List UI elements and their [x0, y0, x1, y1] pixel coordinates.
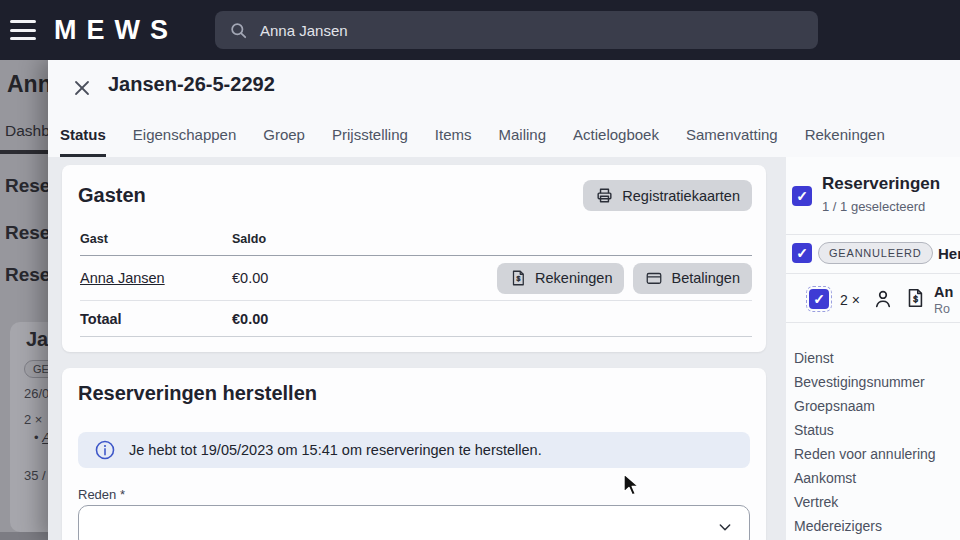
background-tab-dashboard: Dashb — [5, 122, 48, 140]
background-card-title: Ja — [26, 328, 48, 351]
modal-title: Jansen-26-5-2292 — [108, 73, 275, 96]
svg-text:$: $ — [517, 275, 521, 282]
field-groepsnaam: Groepsnaam — [794, 394, 960, 418]
sidebar-header-row: ✓ Reserveringen 1 / 1 geselecteerd — [786, 157, 960, 234]
status-badge: GEANNULEERD — [818, 242, 933, 264]
total-label: Totaal — [80, 311, 232, 327]
gasten-title: Gasten — [78, 184, 146, 207]
betalingen-button[interactable]: Betalingen — [633, 263, 752, 294]
background-dark-block — [0, 532, 48, 540]
registratiekaarten-button[interactable]: Registratiekaarten — [583, 180, 752, 211]
close-icon[interactable] — [72, 78, 92, 98]
guest-saldo: €0.00 — [232, 270, 412, 286]
divider — [786, 322, 960, 323]
person-icon — [872, 288, 894, 310]
unit-checkbox[interactable]: ✓ — [809, 289, 829, 309]
tab-rekeningen[interactable]: Rekeningen — [805, 126, 885, 157]
tab-actielogboek[interactable]: Actielogboek — [573, 126, 659, 157]
invoice-icon: $ — [904, 287, 926, 309]
table-total-row: Totaal €0.00 — [80, 301, 752, 337]
background-card-total: 35 / — [24, 468, 46, 483]
unit-guest-name: An — [934, 284, 953, 300]
background-tab-underline — [0, 150, 48, 154]
field-status: Status — [794, 418, 960, 442]
modal-content: Gasten Registratiekaarten Gast Saldo A — [48, 157, 960, 540]
search-value: Anna Jansen — [260, 22, 348, 39]
chevron-down-icon — [717, 519, 733, 535]
background-card: Ja GE 26/0 2 × • A 35 / — [10, 322, 48, 532]
sidebar-title: Reserveringen — [822, 174, 940, 194]
field-vertrek: Vertrek — [794, 490, 960, 514]
info-banner: Je hebt tot 19/05/2023 om 15:41 om reser… — [78, 432, 750, 468]
background-heading: Reser — [5, 222, 48, 244]
reservation-fields-list: Dienst Bevestigingsnummer Groepsnaam Sta… — [794, 346, 960, 538]
tab-items[interactable]: Items — [435, 126, 472, 157]
gasten-table: Gast Saldo Anna Jansen €0.00 $ — [80, 223, 752, 337]
tab-status[interactable]: Status — [60, 126, 106, 157]
credit-card-icon — [645, 269, 663, 287]
tab-prijsstelling[interactable]: Prijsstelling — [332, 126, 408, 157]
unit-count: 2 × — [840, 292, 860, 308]
tab-mailing[interactable]: Mailing — [499, 126, 547, 157]
group-name: Her — [938, 245, 960, 262]
reservation-unit-row: ✓ 2 × $ An Ro — [786, 273, 960, 322]
rekeningen-button[interactable]: $ Rekeningen — [497, 263, 624, 294]
search-icon — [229, 21, 248, 40]
tab-eigenschappen[interactable]: Eigenschappen — [133, 126, 236, 157]
background-heading: Reser — [5, 264, 48, 286]
background-card-date: 26/0 — [24, 386, 48, 401]
search-input[interactable]: Anna Jansen — [215, 11, 818, 49]
restore-title: Reserveringen herstellen — [78, 382, 750, 405]
restore-card: Reserveringen herstellen Je hebt tot 19/… — [62, 368, 766, 540]
select-all-checkbox[interactable]: ✓ — [792, 186, 812, 206]
total-value: €0.00 — [232, 311, 412, 327]
tab-groep[interactable]: Groep — [263, 126, 305, 157]
background-heading: Reser — [5, 175, 48, 197]
table-row: Anna Jansen €0.00 $ Rekeningen — [80, 256, 752, 301]
gasten-card: Gasten Registratiekaarten Gast Saldo A — [62, 165, 766, 352]
modal-tab-bar: Status Eigenschappen Groep Prijsstelling… — [48, 110, 960, 157]
top-bar: MEWS Anna Jansen — [0, 0, 960, 60]
sidebar-selected-count: 1 / 1 geselecteerd — [822, 199, 925, 214]
guest-link[interactable]: Anna Jansen — [80, 270, 165, 286]
group-checkbox[interactable]: ✓ — [792, 243, 812, 263]
reservation-group-row: ✓ GEANNULEERD Her — [786, 234, 960, 273]
field-reden-voor-annulering: Reden voor annulering — [794, 442, 960, 466]
svg-text:$: $ — [913, 295, 918, 304]
reservations-sidebar: ✓ Reserveringen 1 / 1 geselecteerd ✓ GEA… — [786, 157, 960, 540]
background-page-title: Anna — [7, 71, 48, 98]
field-aankomst: Aankomst — [794, 466, 960, 490]
background-page-strip: Anna Dashb Reser Reser Reser Ja GE 26/0 … — [0, 60, 48, 540]
background-card-count: 2 × — [24, 412, 42, 427]
reden-select[interactable] — [78, 505, 750, 540]
field-medereizigers: Medereizigers — [794, 514, 960, 538]
tab-samenvatting[interactable]: Samenvatting — [686, 126, 778, 157]
app-screen: MEWS Anna Jansen Anna Dashb Reser Reser … — [0, 0, 960, 540]
printer-icon — [595, 186, 614, 205]
reservation-modal: Jansen-26-5-2292 Status Eigenschappen Gr… — [48, 60, 960, 540]
unit-room-label: Ro — [934, 302, 950, 316]
info-icon — [94, 439, 116, 461]
field-dienst: Dienst — [794, 346, 960, 370]
invoice-icon: $ — [509, 269, 527, 287]
mews-logo: MEWS — [54, 15, 178, 46]
hamburger-menu-icon[interactable] — [10, 20, 36, 40]
column-header-saldo: Saldo — [232, 232, 412, 246]
background-card-link: • A — [34, 430, 48, 445]
column-header-gast: Gast — [80, 232, 232, 246]
info-banner-text: Je hebt tot 19/05/2023 om 15:41 om reser… — [129, 442, 542, 458]
reden-label: Reden * — [78, 487, 125, 502]
background-status-badge: GE — [24, 360, 48, 378]
field-bevestigingsnummer: Bevestigingsnummer — [794, 370, 960, 394]
